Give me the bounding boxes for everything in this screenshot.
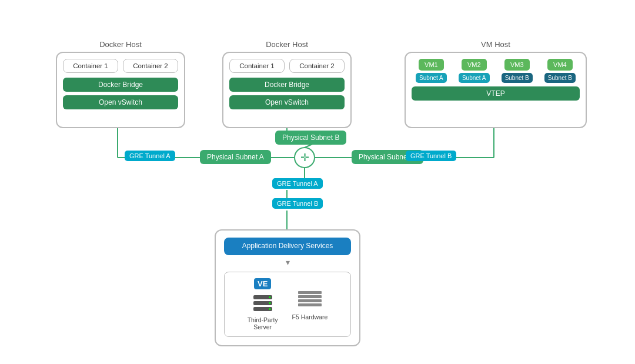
- docker-host-2-container1: Container 1: [229, 59, 285, 73]
- ads-outer-box: Application Delivery Services ▾ VE: [215, 229, 360, 346]
- gre-tunnel-a-bottom-label: GRE Tunnel A: [272, 178, 323, 189]
- f5-hardware-icon: [297, 291, 323, 311]
- subnet-a1: Subnet A: [416, 73, 447, 83]
- diagram-container: Docker Host Container 1 Container 2 Dock…: [0, 0, 635, 364]
- router-icon: ✛: [294, 147, 315, 168]
- vm2: VM2: [462, 59, 487, 71]
- f5-hardware-item: F5 Hardware: [292, 278, 328, 320]
- ve-badge: VE: [254, 278, 271, 289]
- gre-tunnel-b-bottom-label: GRE Tunnel B: [272, 198, 323, 209]
- svg-rect-20: [298, 291, 322, 294]
- docker-host-2-container2: Container 2: [289, 59, 345, 73]
- third-party-server-item: VE Third-Party Se: [248, 278, 278, 330]
- subnet-b1: Subnet B: [502, 73, 533, 83]
- gre-tunnel-a-left-label: GRE Tunnel A: [125, 150, 175, 161]
- subnet-a2: Subnet A: [459, 73, 490, 83]
- physical-subnet-a-label: Physical Subnet A: [200, 150, 271, 164]
- svg-point-18: [269, 302, 270, 304]
- svg-point-19: [269, 308, 270, 310]
- third-party-label: Third-Party Server: [248, 316, 278, 330]
- ads-title-button: Application Delivery Services: [224, 238, 351, 255]
- gre-tunnel-b-right-label: GRE Tunnel B: [406, 150, 456, 161]
- server-icon-third-party: [252, 294, 273, 314]
- ads-inner-box: VE Third-Party Se: [224, 272, 351, 337]
- ui-layer: Docker Host Container 1 Container 2 Dock…: [0, 0, 635, 364]
- docker-host-2-box: Docker Host Container 1 Container 2 Dock…: [222, 52, 352, 128]
- f5-hardware-label: F5 Hardware: [292, 313, 328, 320]
- vm-host-box: VM Host VM1 Subnet A VM2 Subnet A VM3 Su…: [405, 52, 587, 128]
- svg-point-17: [269, 296, 270, 298]
- docker-host-1-bridge: Docker Bridge: [63, 78, 178, 92]
- vm1: VM1: [419, 59, 444, 71]
- svg-rect-22: [298, 299, 322, 302]
- docker-host-1-vswitch: Open vSwitch: [63, 95, 178, 109]
- subnet-b2: Subnet B: [544, 73, 576, 83]
- svg-rect-23: [298, 303, 322, 306]
- docker-host-1-box: Docker Host Container 1 Container 2 Dock…: [56, 52, 185, 128]
- docker-host-1-container1: Container 1: [63, 59, 118, 73]
- docker-host-2-bridge: Docker Bridge: [229, 78, 345, 92]
- svg-rect-21: [298, 295, 322, 298]
- physical-subnet-b-label: Physical Subnet B: [275, 131, 346, 145]
- vtep: VTEP: [412, 86, 580, 101]
- vm3: VM3: [504, 59, 530, 71]
- docker-host-2-vswitch: Open vSwitch: [229, 95, 345, 109]
- docker-host-1-title: Docker Host: [57, 40, 184, 49]
- vm4: VM4: [547, 59, 573, 71]
- docker-host-2-title: Docker Host: [223, 40, 350, 49]
- vm-host-title: VM Host: [406, 40, 586, 49]
- docker-host-1-container2: Container 2: [123, 59, 178, 73]
- ads-arrow: ▾: [224, 258, 351, 267]
